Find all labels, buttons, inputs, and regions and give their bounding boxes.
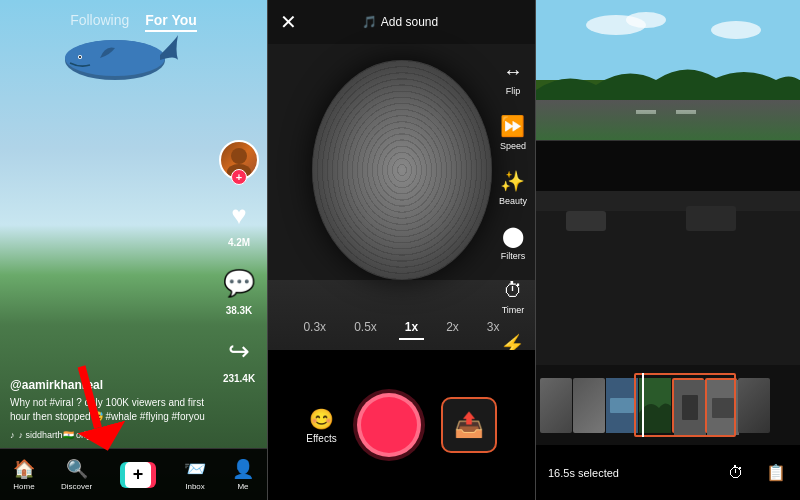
following-tab[interactable]: Following bbox=[70, 12, 129, 32]
inbox-icon: 📨 bbox=[184, 458, 206, 480]
svg-point-3 bbox=[79, 56, 81, 58]
svg-rect-22 bbox=[610, 398, 634, 413]
comment-button[interactable]: 💬 38.3K bbox=[220, 264, 258, 316]
profile-nav-item[interactable]: 👤 Me bbox=[232, 458, 254, 491]
speed-2x[interactable]: 2x bbox=[440, 316, 465, 340]
action-bar: + ♥ 4.2M 💬 38.3K ↪ 231.4K bbox=[219, 140, 259, 384]
like-count: 4.2M bbox=[228, 237, 250, 248]
timeline-thumb-5 bbox=[672, 378, 704, 433]
timeline-thumb-2 bbox=[573, 378, 605, 433]
heart-icon: ♥ bbox=[220, 196, 258, 234]
mic-texture bbox=[312, 60, 492, 280]
effects-label: Effects bbox=[306, 433, 336, 444]
timer-icon: ⏱ bbox=[503, 279, 523, 302]
flip-icon: ↔️ bbox=[503, 60, 523, 83]
speed-1x[interactable]: 1x bbox=[399, 316, 424, 340]
create-button[interactable]: + bbox=[118, 462, 158, 488]
speed-tool[interactable]: ⏩ Speed bbox=[500, 114, 526, 151]
tiktok-feed-panel: Following For You + ♥ 4.2M 💬 38.3K ↪ 231… bbox=[0, 0, 267, 500]
home-nav-item[interactable]: 🏠 Home bbox=[13, 458, 35, 491]
camera-panel: ✕ 🎵 Add sound ↔️ Flip ⏩ Speed ✨ Beauty ⬤… bbox=[268, 0, 535, 500]
beauty-label: Beauty bbox=[499, 196, 527, 206]
microphone-visual bbox=[312, 60, 492, 280]
follow-plus-icon: + bbox=[231, 169, 247, 185]
flip-label: Flip bbox=[506, 86, 521, 96]
svg-rect-14 bbox=[636, 110, 656, 114]
upload-button[interactable]: 📤 bbox=[441, 397, 497, 453]
svg-rect-25 bbox=[682, 395, 698, 420]
record-row: 😊 Effects 📤 bbox=[268, 393, 535, 457]
video-editor-panel: 16.5s selected ⏱ 📋 bbox=[536, 0, 800, 500]
home-icon: 🏠 bbox=[13, 458, 35, 480]
svg-rect-15 bbox=[676, 110, 696, 114]
camera-top-bar: ✕ 🎵 Add sound bbox=[268, 0, 535, 44]
speed-0.3x[interactable]: 0.3x bbox=[297, 316, 332, 340]
editor-bottom-bar: 16.5s selected ⏱ 📋 bbox=[536, 445, 800, 500]
speed-selector: 0.3x 0.5x 1x 2x 3x bbox=[268, 316, 535, 340]
speed-3x[interactable]: 3x bbox=[481, 316, 506, 340]
filters-tool[interactable]: ⬤ Filters bbox=[501, 224, 526, 261]
svg-rect-27 bbox=[712, 398, 734, 418]
add-sound-button[interactable]: 🎵 Add sound bbox=[362, 15, 438, 29]
timer-tool[interactable]: ⏱ Timer bbox=[502, 279, 525, 315]
like-button[interactable]: ♥ 4.2M bbox=[220, 196, 258, 248]
effects-icon: 😊 bbox=[309, 407, 334, 431]
speed-0.5x[interactable]: 0.5x bbox=[348, 316, 383, 340]
editor-tools: ⏱ 📋 bbox=[722, 459, 790, 487]
preview-bottom bbox=[536, 140, 800, 280]
home-label: Home bbox=[13, 482, 34, 491]
recording-controls: 😊 Effects 📤 bbox=[268, 350, 535, 500]
share-count: 231.4K bbox=[223, 373, 255, 384]
timeline-playhead bbox=[642, 373, 644, 437]
person-icon: 👤 bbox=[232, 458, 254, 480]
timeline-strip[interactable] bbox=[536, 365, 800, 445]
svg-point-10 bbox=[626, 12, 666, 28]
svg-rect-19 bbox=[566, 211, 606, 231]
feed-nav: Following For You bbox=[0, 12, 267, 32]
preview-top bbox=[536, 0, 800, 140]
me-label: Me bbox=[237, 482, 248, 491]
timer-editor-icon[interactable]: ⏱ bbox=[722, 459, 750, 487]
close-button[interactable]: ✕ bbox=[280, 10, 297, 34]
comment-count: 38.3K bbox=[226, 305, 253, 316]
upload-icon: 📤 bbox=[454, 411, 484, 439]
speed-label: Speed bbox=[500, 141, 526, 151]
beauty-icon: ✨ bbox=[500, 169, 525, 193]
duration-label: 16.5s selected bbox=[548, 467, 619, 479]
music-note-icon: ♪ bbox=[10, 430, 15, 440]
inbox-label: Inbox bbox=[185, 482, 205, 491]
svg-rect-20 bbox=[686, 206, 736, 231]
flip-tool[interactable]: ↔️ Flip bbox=[503, 60, 523, 96]
add-sound-label: Add sound bbox=[381, 15, 438, 29]
svg-rect-18 bbox=[536, 191, 800, 211]
bottom-navigation: 🏠 Home 🔍 Discover + 📨 Inbox 👤 Me bbox=[0, 448, 267, 500]
record-button[interactable] bbox=[357, 393, 421, 457]
inbox-nav-item[interactable]: 📨 Inbox bbox=[184, 458, 206, 491]
music-icon: 🎵 bbox=[362, 15, 377, 29]
share-icon: ↪ bbox=[220, 332, 258, 370]
discover-label: Discover bbox=[61, 482, 92, 491]
timeline-thumb-1 bbox=[540, 378, 572, 433]
whale-illustration bbox=[60, 30, 180, 85]
effects-button[interactable]: 😊 Effects bbox=[306, 407, 336, 444]
discover-nav-item[interactable]: 🔍 Discover bbox=[61, 458, 92, 491]
svg-point-11 bbox=[711, 21, 761, 39]
creator-avatar[interactable]: + bbox=[219, 140, 259, 180]
copy-editor-icon[interactable]: 📋 bbox=[762, 459, 790, 487]
timeline-thumb-3 bbox=[606, 378, 638, 433]
comment-icon: 💬 bbox=[220, 264, 258, 302]
filters-label: Filters bbox=[501, 251, 526, 261]
search-icon: 🔍 bbox=[66, 458, 88, 480]
editor-preview bbox=[536, 0, 800, 280]
filters-icon: ⬤ bbox=[502, 224, 524, 248]
plus-icon: + bbox=[125, 462, 151, 488]
timeline-inner bbox=[536, 365, 800, 445]
timer-label: Timer bbox=[502, 305, 525, 315]
for-you-tab[interactable]: For You bbox=[145, 12, 197, 32]
timeline-thumb-7 bbox=[738, 378, 770, 433]
share-button[interactable]: ↪ 231.4K bbox=[220, 332, 258, 384]
speed-icon: ⏩ bbox=[500, 114, 525, 138]
svg-point-4 bbox=[231, 148, 247, 164]
beauty-tool[interactable]: ✨ Beauty bbox=[499, 169, 527, 206]
timeline-thumb-6 bbox=[705, 378, 737, 433]
